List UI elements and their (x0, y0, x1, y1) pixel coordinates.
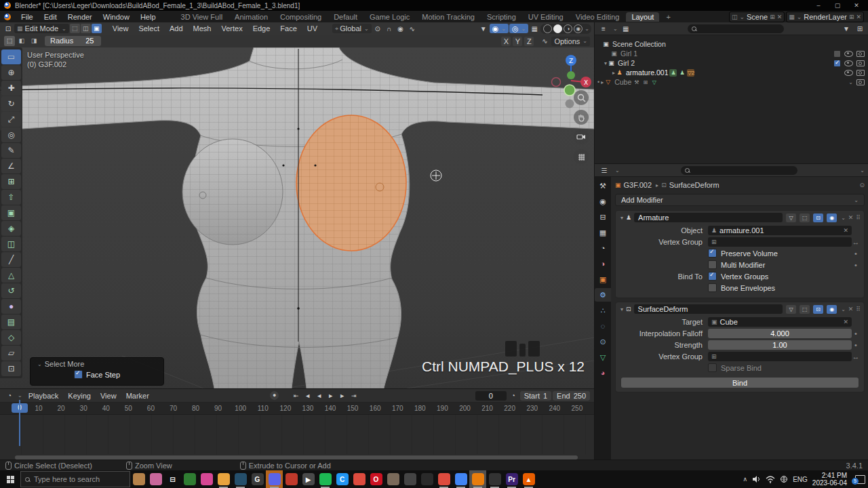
play-reverse-button[interactable]: ◄ (314, 392, 324, 399)
tool-button[interactable]: ∠ (1, 159, 21, 174)
properties-tab[interactable]: ▦ (595, 226, 611, 239)
taskbar-app[interactable]: Pr (503, 470, 520, 488)
mirror-axis-button[interactable]: Y (513, 37, 522, 46)
drag-handle-icon[interactable]: ⠿ (856, 214, 861, 221)
renderlayer-selector[interactable]: ▦ ⌄ RenderLayer ⊞ ✕ (786, 12, 864, 22)
preserve-volume-checkbox[interactable] (708, 249, 717, 258)
select-subtract-button[interactable]: ◨ (28, 36, 39, 46)
tool-button[interactable]: ▤ (1, 314, 21, 329)
tool-button[interactable]: ╱ (1, 252, 21, 267)
xray-toggle-icon[interactable]: ▦ (529, 25, 540, 33)
properties-tab[interactable]: ⚙ (595, 288, 611, 302)
menu-item[interactable]: Render (63, 12, 97, 22)
camera-icon[interactable] (856, 70, 865, 76)
eye-icon[interactable] (844, 60, 853, 66)
wireframe-shading-icon[interactable] (543, 24, 552, 33)
eye-icon[interactable] (844, 70, 853, 76)
properties-tab[interactable]: ◑ (595, 257, 611, 270)
start-button[interactable] (0, 470, 20, 488)
strength-slider[interactable]: 1.00 (708, 340, 852, 350)
network-icon[interactable] (780, 475, 788, 483)
taskbar-app[interactable] (418, 470, 435, 488)
breadcrumb-modifier[interactable]: SurfaceDeform (669, 181, 719, 189)
edge-select-button[interactable]: ◫ (81, 24, 91, 33)
properties-tab[interactable]: ▣ (595, 272, 611, 286)
tool-button[interactable]: △ (1, 268, 21, 283)
previous-keyframe-button[interactable]: ◄ (302, 392, 313, 399)
face-select-button[interactable]: ▣ (92, 24, 102, 33)
outliner-row-armature[interactable]: ▸ ♟ armature.001 ♟ ♟ ▽2 (595, 68, 868, 77)
proportional-editing-icon[interactable]: ◉ (395, 25, 406, 33)
radius-field[interactable]: Radius 25 (45, 36, 101, 46)
select-extend-button[interactable]: ◧ (16, 36, 27, 46)
tool-button[interactable]: ◈ (1, 221, 21, 236)
taskbar-app[interactable] (435, 470, 452, 488)
operator-panel-header[interactable]: ⌄ Select More (31, 358, 163, 370)
taskbar-app[interactable] (384, 470, 401, 488)
scene-selector[interactable]: ◫ ⌄ Scene ⊞ ✕ (729, 12, 785, 22)
blender-menu-icon[interactable] (4, 14, 11, 20)
tool-button[interactable]: ▣ (1, 205, 21, 220)
add-modifier-button[interactable]: Add Modifier ⌄ (615, 194, 865, 206)
wifi-icon[interactable] (766, 476, 775, 483)
animate-dot-icon[interactable]: • (852, 341, 860, 349)
exclude-checkbox[interactable] (833, 60, 841, 67)
material-shading-icon[interactable]: ◑ (564, 24, 572, 33)
eye-icon[interactable] (844, 51, 853, 57)
pin-icon[interactable]: ⊙ (859, 182, 865, 188)
camera-view-icon[interactable] (574, 129, 589, 144)
modifier-name-field[interactable]: SurfaceDeform (634, 304, 783, 314)
new-collection-icon[interactable]: ⊞ (854, 25, 865, 33)
taskbar-app[interactable]: G (249, 470, 266, 488)
taskbar-app[interactable] (452, 470, 469, 488)
perspective-toggle-icon[interactable] (574, 149, 589, 164)
face-step-checkbox[interactable] (74, 370, 83, 379)
breadcrumb-object[interactable]: G3F.002 (624, 181, 652, 189)
viewport-menu-item[interactable]: Face (275, 24, 301, 33)
mode-selector[interactable]: ▦ Edit Mode ⌄ (14, 24, 69, 33)
tool-button[interactable]: ◇ (1, 330, 21, 345)
taskbar-app[interactable] (486, 470, 503, 488)
edit-mode-display-toggle[interactable]: ▽ (786, 305, 796, 314)
maximize-button[interactable]: ▢ (830, 2, 845, 9)
workspace-tab[interactable]: UV Editing (523, 12, 569, 22)
editor-type-icon[interactable]: ⊡ (3, 25, 14, 33)
close-button[interactable]: ✕ (849, 2, 864, 9)
close-icon[interactable]: ✕ (856, 14, 861, 20)
copy-icon[interactable]: ⊞ (849, 14, 854, 20)
extras-dropdown-icon[interactable]: ⌄ (841, 306, 846, 312)
taskbar-app[interactable]: ⊟ (164, 470, 181, 488)
exclude-checkbox[interactable] (833, 50, 841, 58)
taskbar-app[interactable] (283, 470, 300, 488)
timeline-track-area[interactable] (0, 415, 594, 454)
delete-modifier-icon[interactable]: ✕ (848, 214, 854, 221)
menu-item[interactable]: File (16, 12, 38, 22)
playhead-line[interactable] (19, 400, 20, 446)
tool-button[interactable]: ✎ (1, 143, 21, 158)
bind-button[interactable]: Bind (621, 378, 859, 388)
properties-tab[interactable]: ⊟ (595, 210, 611, 224)
tool-button[interactable]: ● (1, 299, 21, 314)
taskbar-app[interactable] (351, 470, 368, 488)
vertex-group-field[interactable]: ⊞ (708, 352, 852, 361)
drag-handle-icon[interactable]: ⠿ (856, 306, 861, 312)
tool-button[interactable]: ⇧ (1, 190, 21, 205)
next-keyframe-button[interactable]: ► (337, 392, 347, 399)
properties-search-input[interactable] (681, 166, 797, 175)
viewport-menu-item[interactable]: Add (165, 24, 188, 33)
workspace-tab[interactable]: Scripting (481, 12, 521, 22)
taskbar-app[interactable] (181, 470, 198, 488)
taskbar-app[interactable] (215, 470, 232, 488)
workspace-tab[interactable]: Animation (229, 12, 273, 22)
properties-tab[interactable]: ⚒ (595, 179, 611, 192)
orientation-selector[interactable]: ⌖ Global ⌄ (332, 24, 372, 33)
vertex-group-field[interactable]: ⊞ (708, 237, 852, 247)
taskbar-app[interactable] (130, 470, 147, 488)
workspace-tab[interactable]: Game Logic (364, 12, 415, 22)
workspace-tab[interactable]: + (660, 12, 675, 22)
properties-tab[interactable]: ∴ (595, 304, 611, 317)
copy-icon[interactable]: ⊞ (770, 14, 775, 20)
viewport-menu-item[interactable]: Select (134, 24, 164, 33)
solid-shading-icon[interactable] (553, 24, 562, 33)
vertex-select-button[interactable]: ⬚ (70, 24, 80, 33)
